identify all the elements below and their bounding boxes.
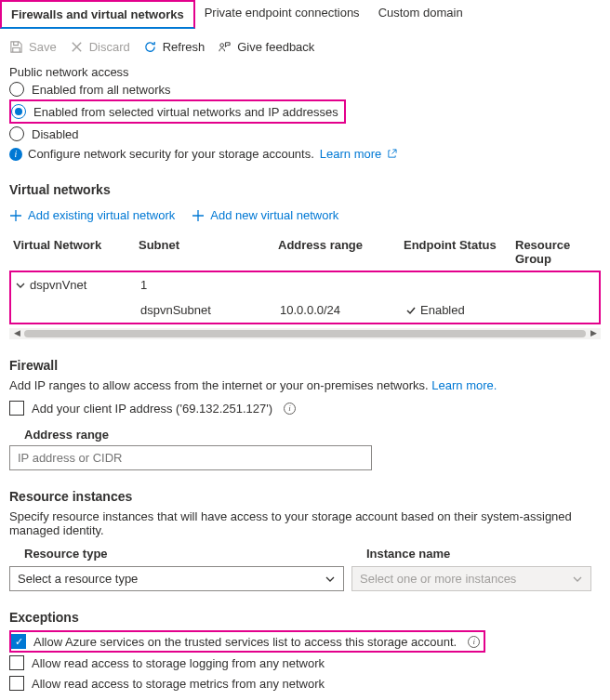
section-firewall: Firewall Add IP ranges to allow access f…: [0, 358, 610, 480]
radio-selected-label: Enabled from selected virtual networks a…: [33, 105, 338, 119]
add-client-ip-label: Add your client IP address ('69.132.251.…: [32, 402, 272, 416]
exceptions-title: Exceptions: [9, 610, 601, 625]
chevron-down-icon: [572, 574, 583, 585]
col-address-range: Address range: [278, 238, 404, 266]
check-icon: [405, 305, 417, 316]
resource-instances-desc: Specify resource instances that will hav…: [9, 509, 601, 537]
save-icon: [9, 40, 23, 54]
radio-all-networks[interactable]: Enabled from all networks: [9, 79, 601, 99]
toolbar: Save Discard Refresh Give feedback: [0, 34, 610, 65]
vnet-name: dspvnVnet: [30, 278, 86, 292]
x-icon: [70, 40, 84, 54]
resource-instances-title: Resource instances: [9, 489, 601, 504]
tab-firewalls[interactable]: Firewalls and virtual networks: [0, 0, 195, 29]
tab-private-endpoint[interactable]: Private endpoint connections: [195, 0, 369, 29]
save-button[interactable]: Save: [9, 40, 57, 54]
feedback-button[interactable]: Give feedback: [218, 40, 314, 54]
info-icon: i: [9, 148, 22, 161]
vnets-title: Virtual networks: [9, 182, 601, 197]
resource-type-select[interactable]: Select a resource type: [9, 566, 344, 591]
col-endpoint-status: Endpoint Status: [404, 238, 515, 266]
add-new-vnet-button[interactable]: Add new virtual network: [192, 208, 338, 222]
radio-disabled-label: Disabled: [32, 127, 79, 141]
section-resource-instances: Resource instances Specify resource inst…: [0, 489, 610, 601]
public-access-title: Public network access: [9, 65, 601, 79]
table-row-vnet[interactable]: dspvnVnet 1: [11, 272, 599, 297]
firewall-learn-more-link[interactable]: Learn more.: [431, 378, 497, 392]
firewall-desc: Add IP ranges to allow access from the i…: [9, 378, 601, 392]
address-range-input[interactable]: [9, 445, 372, 470]
subnet-count: 1: [140, 278, 280, 292]
endpoint-status: Enabled: [420, 303, 465, 317]
col-resource-type: Resource type: [24, 547, 366, 561]
svg-point-0: [220, 44, 224, 47]
person-feedback-icon: [218, 40, 232, 54]
radio-all-label: Enabled from all networks: [32, 83, 171, 97]
radio-disabled[interactable]: Disabled: [9, 124, 601, 144]
table-header: Virtual Network Subnet Address range End…: [9, 233, 601, 271]
resource-type-placeholder: Select a resource type: [18, 572, 138, 586]
learn-more-link[interactable]: Learn more: [320, 147, 397, 161]
section-public-access: Public network access Enabled from all n…: [0, 65, 610, 173]
chevron-down-icon: [325, 574, 336, 585]
add-client-ip-checkbox[interactable]: Add your client IP address ('69.132.251.…: [9, 398, 601, 418]
col-subnet: Subnet: [139, 238, 278, 266]
refresh-button[interactable]: Refresh: [143, 40, 206, 54]
exception-label: Allow read access to storage metrics fro…: [32, 677, 325, 691]
hint-icon[interactable]: i: [468, 636, 480, 648]
network-info: i Configure network security for your st…: [9, 144, 601, 164]
instance-name-select: Select one or more instances: [351, 566, 591, 591]
col-instance-name: Instance name: [366, 547, 450, 561]
horizontal-scrollbar[interactable]: ◀▶: [9, 328, 601, 339]
tabs: Firewalls and virtual networks Private e…: [0, 0, 610, 29]
tab-custom-domain[interactable]: Custom domain: [369, 0, 472, 29]
firewall-title: Firewall: [9, 358, 601, 373]
plus-icon: [192, 209, 205, 222]
section-exceptions: Exceptions Allow Azure services on the t…: [0, 610, 610, 700]
add-existing-vnet-button[interactable]: Add existing virtual network: [9, 208, 175, 222]
info-text: Configure network security for your stor…: [28, 147, 314, 161]
exception-label: Allow Azure services on the trusted serv…: [33, 635, 457, 649]
vnets-table: Virtual Network Subnet Address range End…: [9, 233, 601, 324]
col-resource-group: Resource Group: [515, 238, 597, 266]
table-row-subnet[interactable]: dspvnSubnet 10.0.0.0/24 Enabled: [11, 297, 599, 323]
exception-label: Allow read access to storage logging fro…: [32, 656, 325, 670]
chevron-down-icon: [15, 280, 26, 291]
instance-name-placeholder: Select one or more instances: [360, 572, 516, 586]
vnets-rows-highlight: dspvnVnet 1 dspvnSubnet 10.0.0.0/24 Enab…: [9, 271, 601, 324]
section-vnets: Virtual networks Add existing virtual ne…: [0, 182, 610, 349]
refresh-icon: [143, 40, 157, 54]
address-range-label: Address range: [24, 428, 601, 442]
plus-icon: [9, 209, 22, 222]
col-virtual-network: Virtual Network: [13, 238, 139, 266]
subnet-name: dspvnSubnet: [140, 303, 280, 317]
exception-trusted-services[interactable]: Allow Azure services on the trusted serv…: [9, 630, 485, 653]
hint-icon[interactable]: i: [284, 403, 296, 415]
discard-button[interactable]: Discard: [70, 40, 130, 54]
subnet-address: 10.0.0.0/24: [280, 303, 405, 317]
radio-selected-networks[interactable]: Enabled from selected virtual networks a…: [9, 99, 346, 124]
exception-logging[interactable]: Allow read access to storage logging fro…: [9, 653, 601, 673]
external-link-icon: [387, 149, 397, 159]
exception-metrics[interactable]: Allow read access to storage metrics fro…: [9, 673, 601, 693]
